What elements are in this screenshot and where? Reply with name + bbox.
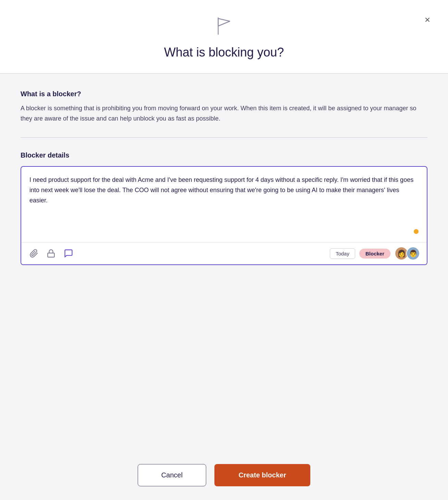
flag-icon <box>215 16 233 37</box>
close-button[interactable]: × <box>423 14 432 26</box>
modal-title: What is blocking you? <box>164 45 284 60</box>
type-badge[interactable]: Blocker <box>359 249 390 259</box>
svg-rect-0 <box>48 253 54 257</box>
comment-button[interactable] <box>62 247 75 260</box>
lock-button[interactable] <box>45 248 57 259</box>
close-icon: × <box>425 14 430 25</box>
avatar-2[interactable]: 👨 <box>406 247 420 260</box>
ai-indicator-dot <box>414 229 419 234</box>
date-badge-button[interactable]: Today <box>330 248 355 259</box>
text-editor: I need product support for the deal with… <box>21 166 427 265</box>
details-heading: Blocker details <box>21 151 427 159</box>
toolbar-left <box>28 247 75 260</box>
avatar-1-image: 👩 <box>395 247 408 260</box>
avatar-group: 👩 👨 <box>395 247 420 260</box>
editor-toolbar: Today Blocker 👩 👨 <box>21 242 427 264</box>
modal-header: × What is blocking you? <box>0 0 448 73</box>
blocker-details-section: Blocker details I need product support f… <box>21 151 427 265</box>
toolbar-right: Today Blocker 👩 👨 <box>330 247 420 260</box>
attach-button[interactable] <box>28 248 40 259</box>
blocker-info-section: What is a blocker? A blocker is somethin… <box>21 90 427 124</box>
info-description: A blocker is something that is prohibiti… <box>21 103 427 124</box>
modal-body: What is a blocker? A blocker is somethin… <box>0 74 448 450</box>
textarea-text: I need product support for the deal with… <box>29 175 419 205</box>
info-heading: What is a blocker? <box>21 90 427 98</box>
cancel-button[interactable]: Cancel <box>138 464 206 486</box>
section-divider <box>21 137 427 138</box>
avatar-2-image: 👨 <box>407 247 419 260</box>
modal-footer: Cancel Create blocker <box>0 450 448 500</box>
create-blocker-button[interactable]: Create blocker <box>214 464 310 486</box>
modal-container: × What is blocking you? What is a blocke… <box>0 0 448 500</box>
textarea-content-area[interactable]: I need product support for the deal with… <box>21 167 427 242</box>
